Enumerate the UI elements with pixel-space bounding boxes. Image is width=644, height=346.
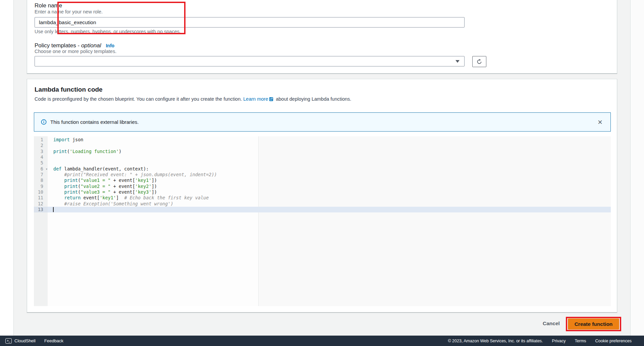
policy-info-link[interactable]: Info <box>106 43 114 48</box>
create-function-button[interactable]: Create function <box>568 318 619 330</box>
right-scroll-gutter <box>631 0 644 336</box>
code-token: json <box>70 137 84 142</box>
external-libraries-banner: This function contains external librarie… <box>34 112 611 132</box>
code-token: print <box>64 178 78 183</box>
code-token: print <box>53 149 67 154</box>
cancel-button[interactable]: Cancel <box>543 320 560 327</box>
code-token: def <box>53 166 61 171</box>
info-icon <box>41 119 47 125</box>
external-link-icon <box>269 97 273 102</box>
code-token: ) <box>119 149 121 154</box>
code-token: # Echo back the first key value <box>119 195 209 200</box>
gutter-line-12: 12 <box>34 201 48 207</box>
code-token: ( <box>67 149 70 154</box>
code-token: 'Loading function' <box>70 149 119 154</box>
close-icon[interactable]: × <box>596 117 604 128</box>
code-token: + event[ <box>111 184 135 189</box>
text-cursor <box>53 207 54 212</box>
role-name-description: Enter a name for your new role. <box>35 9 103 14</box>
code-line-5[interactable] <box>48 160 611 166</box>
code-line-4[interactable] <box>48 154 611 160</box>
editor-gutter: 123456▾78910111213 <box>34 136 48 306</box>
role-name-label: Role name <box>35 2 62 9</box>
code-token: lambda_handler(event, context): <box>61 166 149 171</box>
code-token: #print("Received event: " + json.dumps(e… <box>53 172 217 177</box>
code-token: #raise Exception('Something went wrong') <box>53 201 173 206</box>
code-section-title: Lambda function code <box>35 86 103 93</box>
gutter-line-9: 9 <box>34 184 48 189</box>
footer-links: PrivacyTermsCookie preferences <box>552 339 632 343</box>
gutter-line-5: 5 <box>34 160 48 166</box>
policy-templates-optional: optional <box>81 42 101 49</box>
footer-right-group: © 2023, Amazon Web Services, Inc. or its… <box>448 339 644 343</box>
copyright-text: © 2023, Amazon Web Services, Inc. or its… <box>448 339 543 343</box>
code-token: import <box>53 137 70 142</box>
code-editor[interactable]: 123456▾78910111213 import jsonprint('Loa… <box>34 136 611 306</box>
gutter-line-4: 4 <box>34 154 48 160</box>
code-token: "value3 = " <box>80 189 110 195</box>
code-token <box>53 178 64 183</box>
code-token: print <box>64 184 78 189</box>
code-token <box>53 184 64 189</box>
code-token: 'key1' <box>135 178 152 183</box>
gutter-line-2: 2 <box>34 143 48 148</box>
gutter-line-11: 11 <box>34 195 48 201</box>
role-name-constraint: Use only letters, numbers, hyphens, or u… <box>35 29 181 34</box>
feedback-button[interactable]: Feedback <box>44 338 63 343</box>
learn-more-link[interactable]: Learn more <box>243 96 268 102</box>
editor-code-pane[interactable]: import jsonprint('Loading function')def … <box>48 136 611 306</box>
code-line-11[interactable]: return event['key1'] # Echo back the fir… <box>48 195 611 201</box>
footer-link-cookie-preferences[interactable]: Cookie preferences <box>595 339 632 343</box>
configuration-card: Role name Enter a name for your new role… <box>27 0 617 73</box>
footer-link-privacy[interactable]: Privacy <box>552 339 566 343</box>
footer-link-terms[interactable]: Terms <box>575 339 586 343</box>
code-desc-after: about deploying Lambda functions. <box>274 96 351 102</box>
role-name-input[interactable] <box>35 17 465 28</box>
policy-templates-description: Choose one or more policy templates. <box>35 49 116 54</box>
code-desc-before: Code is preconfigured by the chosen blue… <box>35 96 243 102</box>
footer-bar: >_ CloudShell Feedback © 2023, Amazon We… <box>0 336 644 346</box>
code-token <box>53 195 64 200</box>
policy-templates-select[interactable] <box>35 56 465 66</box>
code-line-12[interactable]: #raise Exception('Something went wrong') <box>48 201 611 207</box>
code-line-9[interactable]: print("value2 = " + event['key2']) <box>48 184 611 189</box>
lambda-function-code-card: Lambda function code Code is preconfigur… <box>27 79 617 312</box>
cloudshell-button[interactable]: CloudShell <box>14 338 36 343</box>
gutter-line-13: 13 <box>34 207 48 212</box>
code-token: ]) <box>152 178 157 183</box>
code-token: 'key3' <box>135 189 152 195</box>
code-section-description: Code is preconfigured by the chosen blue… <box>35 96 351 102</box>
code-token <box>53 189 64 195</box>
code-token: + event[ <box>111 178 135 183</box>
policy-templates-label-text: Policy templates - <box>35 42 81 49</box>
code-token: return <box>64 195 81 200</box>
code-line-8[interactable]: print("value1 = " + event['key1']) <box>48 178 611 183</box>
code-line-7[interactable]: #print("Received event: " + json.dumps(e… <box>48 172 611 178</box>
gutter-line-1: 1 <box>34 137 48 143</box>
gutter-line-6: 6▾ <box>34 166 48 172</box>
code-line-1[interactable]: import json <box>48 137 611 143</box>
code-token: 'key2' <box>135 184 152 189</box>
banner-text: This function contains external librarie… <box>50 119 139 125</box>
code-line-13[interactable] <box>48 207 611 212</box>
code-token: print <box>64 189 78 195</box>
code-token: "value2 = " <box>80 184 110 189</box>
code-token: + event[ <box>111 189 135 195</box>
policy-templates-label: Policy templates - optionalInfo <box>35 42 114 49</box>
code-token: ] <box>116 195 119 200</box>
chevron-down-icon <box>455 60 460 63</box>
code-token: event[ <box>80 195 100 200</box>
code-line-10[interactable]: print("value3 = " + event['key3']) <box>48 189 611 195</box>
code-token: ]) <box>152 189 157 195</box>
code-line-6[interactable]: def lambda_handler(event, context): <box>48 166 611 172</box>
gutter-line-10: 10 <box>34 189 48 195</box>
code-line-3[interactable]: print('Loading function') <box>48 149 611 154</box>
code-token: 'key1' <box>100 195 116 200</box>
code-line-2[interactable] <box>48 143 611 148</box>
gutter-line-3: 3 <box>34 149 48 154</box>
refresh-button[interactable] <box>472 56 486 67</box>
code-token: "value1 = " <box>80 178 110 183</box>
code-token: ]) <box>152 184 157 189</box>
refresh-icon <box>476 59 482 65</box>
gutter-line-7: 7 <box>34 172 48 178</box>
